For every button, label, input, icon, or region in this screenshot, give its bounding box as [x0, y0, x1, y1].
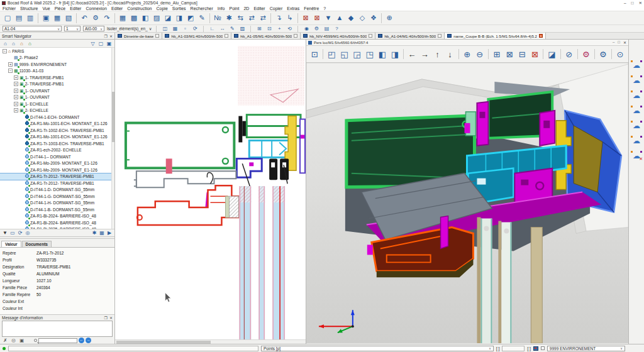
nav-report-icon[interactable]: ▢: [97, 40, 105, 47]
view-2d-canvas[interactable]: [115, 40, 306, 344]
tree-item[interactable]: ZA-R1-Mo-2009- MONTANT_E1-126: [0, 167, 114, 173]
open-browse-icon[interactable]: ▥: [25, 13, 36, 24]
pan-right-icon[interactable]: →: [418, 48, 431, 61]
measure-icon[interactable]: ∟: [208, 25, 216, 32]
connect-icon[interactable]: ⇆: [235, 13, 246, 24]
screen-view-icon[interactable]: ▭: [9, 229, 16, 236]
refresh-tree-icon[interactable]: ⟳: [16, 229, 24, 236]
nav-home-up-icon[interactable]: ⌂: [9, 40, 18, 47]
tree-item[interactable]: +▣1- ECHELLE: [0, 101, 114, 107]
tree-item[interactable]: D-IT44-1-H- DORMANT-SG_55mm: [0, 200, 114, 207]
screenshot-camera-icon[interactable]: ⊙: [614, 48, 626, 61]
zoom-fit-icon[interactable]: ⊡: [265, 25, 273, 32]
export-w3d-icon[interactable]: ◆: [345, 13, 357, 24]
menu-rechercher[interactable]: Rechercher: [191, 6, 213, 11]
menu-editer[interactable]: Editer: [111, 6, 123, 11]
menu-copie[interactable]: Copie: [157, 6, 168, 11]
settings-icon[interactable]: ⚙: [597, 48, 609, 61]
close-button[interactable]: ✕: [623, 40, 626, 45]
tab-pin-icon[interactable]: [438, 34, 441, 38]
menu-vue[interactable]: Vue: [42, 6, 50, 11]
tree-item[interactable]: D-IT44-1-B- DORMANT-SG_55mm: [0, 206, 114, 213]
scene-delete-icon[interactable]: ⊠: [528, 48, 541, 61]
regenerate-icon[interactable]: ⚙: [580, 48, 592, 61]
navigator-float-icon[interactable]: ❐: [104, 34, 108, 38]
redo-icon[interactable]: ↷: [101, 13, 113, 24]
menu--[interactable]: ?: [323, 6, 326, 11]
show-all-icon[interactable]: ▦: [171, 25, 179, 32]
isolate-mode-selector[interactable]: Isoler_élément(s)_en_∨: [107, 26, 152, 31]
tree-scrollbar[interactable]: [111, 48, 114, 229]
properties-tab-documents[interactable]: Documents: [22, 241, 52, 247]
view-tab[interactable]: hb_A1-03/M1:40/tv500/th-500: [162, 33, 231, 39]
view-cube-iso4-icon[interactable]: ◳: [364, 48, 376, 61]
menu-extras[interactable]: Extras: [287, 6, 299, 11]
tab-pin-icon[interactable]: [294, 34, 297, 38]
view-section-icon[interactable]: ◧: [140, 13, 151, 24]
tree-item[interactable]: ZA-R1-Tr-2012- TRAVERSE-PMB1: [0, 173, 114, 180]
numbering-icon[interactable]: №: [212, 13, 223, 24]
pan-down-icon[interactable]: ↓: [443, 48, 456, 61]
tree-item[interactable]: ZA-R1-Tr-1003-ECH- TRAVERSE-PMB1: [0, 140, 114, 147]
tree-expander-icon[interactable]: +: [14, 108, 18, 113]
display-mode-icon[interactable]: ◪: [545, 48, 558, 61]
tree-item[interactable]: +▣1- TRAVERSE-PMB1: [0, 74, 114, 81]
view-cube-iso3-icon[interactable]: ◲: [350, 48, 363, 61]
dimension-icon[interactable]: ↔: [218, 25, 226, 32]
web-update-icon[interactable]: ⊕: [384, 13, 395, 24]
folder-up-icon[interactable]: ▧: [63, 13, 74, 24]
filter-apply-icon[interactable]: ▼: [1, 229, 9, 236]
pointcloud-box-icon[interactable]: ☁: [630, 75, 643, 86]
tree-expander-icon[interactable]: −: [3, 49, 7, 53]
pointcloud-view-icon[interactable]: ☁: [630, 120, 643, 131]
tree-expander-icon[interactable]: +: [14, 95, 18, 99]
pointcloud-fit-icon[interactable]: ☁: [630, 105, 643, 116]
scene-open-icon[interactable]: ⊞: [491, 48, 503, 61]
level-selector[interactable]: 1∨: [64, 26, 80, 31]
copy-log-icon[interactable]: ▣: [18, 338, 25, 344]
menu-fen-tre[interactable]: Fenêtre: [304, 6, 319, 11]
tree-item[interactable]: +▣2- TRAVERSE-PMB1: [0, 81, 114, 88]
menu-connexion[interactable]: Connexion: [86, 6, 106, 11]
hide-element-icon[interactable]: ▫: [181, 25, 189, 32]
tree-item[interactable]: +▣1- OUVRANT: [0, 94, 114, 101]
pointcloud-edit-icon[interactable]: ☁: [630, 60, 643, 71]
environment-combo[interactable]: 9999 ENVIRRONEMENT ∨: [547, 346, 625, 351]
view-shaded-icon[interactable]: ◩: [185, 13, 196, 24]
pointcloud-section-icon[interactable]: ☁: [630, 135, 643, 146]
tree-item[interactable]: ZA-R1-Bi-2025- BARRIERE-ISO_48: [0, 226, 114, 230]
tree-item[interactable]: D-IT44-1-G- DORMANT-SG_55mm: [0, 193, 114, 200]
tree-item[interactable]: D-IT44-1-ECH- DORMANT: [0, 114, 114, 121]
zoom-out-icon[interactable]: ⊖: [474, 48, 486, 61]
menu-construction[interactable]: Construction: [127, 6, 152, 11]
menu-copier[interactable]: Copier: [270, 6, 283, 11]
page-delete-all-icon[interactable]: ⊠: [311, 13, 323, 24]
tab-pin-icon[interactable]: [225, 34, 228, 38]
options-icon[interactable]: ⚙: [313, 25, 320, 32]
pan-up-icon[interactable]: ↑: [431, 48, 443, 61]
maximize-button[interactable]: □: [631, 1, 634, 6]
export-wrl-icon[interactable]: ◇: [357, 13, 368, 24]
minimize-button[interactable]: –: [613, 40, 614, 45]
search-input[interactable]: [38, 338, 77, 343]
profile-edit-icon[interactable]: ✎: [196, 13, 208, 24]
minimize-button[interactable]: –: [624, 1, 626, 6]
tree-expander-icon[interactable]: −: [8, 69, 13, 73]
close-button[interactable]: ✕: [639, 1, 642, 6]
zoom-window-icon[interactable]: ⊞: [255, 25, 263, 32]
target-settings-icon[interactable]: ◎: [24, 229, 31, 236]
menu-editer[interactable]: Editer: [70, 6, 81, 11]
tree-item[interactable]: ZA-R1-Bi-2024- BARRIERE-ISO_48: [0, 213, 114, 220]
eraser-icon[interactable]: ◪: [162, 13, 174, 24]
tree-item[interactable]: ▤2- Phase2: [0, 55, 114, 62]
tree-item[interactable]: ZA-R1-Tr-1002-ECH- TRAVERSE-PMB1: [0, 127, 114, 134]
nav-home-color-icon[interactable]: ⌂: [26, 40, 34, 47]
zoom-in-icon[interactable]: ⊕: [461, 48, 474, 61]
tree-item[interactable]: −▦11030- A1-03: [0, 68, 114, 75]
pan-left-icon[interactable]: ←: [406, 48, 418, 61]
scene-export-icon[interactable]: ⊠: [503, 48, 516, 61]
record-icon[interactable]: ◎: [10, 338, 17, 344]
pan-select-icon[interactable]: ⊡: [308, 48, 321, 61]
refresh-view-icon[interactable]: ⟳: [191, 25, 199, 32]
save-all-icon[interactable]: ▦: [52, 13, 63, 24]
